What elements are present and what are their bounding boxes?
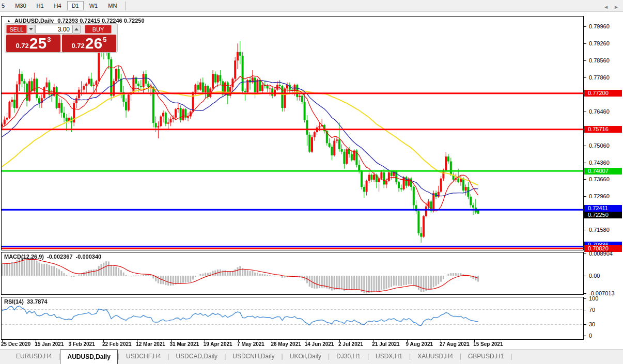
time-axis-label: 19 Apr 2021 [204,341,232,347]
price-tick-mark [584,26,586,27]
rsi-tick-mark [584,310,586,310]
macd-title: MACD(12,26,9) -0.002367 -0.000340 [4,254,101,260]
rsi-canvas[interactable] [2,297,583,339]
tab-dj30-h1[interactable]: DJ30,H1 [330,350,367,364]
time-axis-label: 27 Aug 2021 [440,341,470,347]
triangle-up-icon [74,28,79,30]
price-tick-label: 0.75060 [589,143,610,149]
rsi-tick-mark [584,324,586,325]
price-badge-0.72411: 0.72411 [584,205,622,212]
time-axis-label: 12 Mar 2021 [136,341,165,347]
toolbar-separator [125,2,126,10]
macd-indicator-pane: MACD(12,26,9) -0.002367 -0.000340 [1,252,584,295]
buy-price-base: 0.72 [72,42,85,49]
time-axis-label: 21 Jul 2021 [372,341,399,347]
price-tick-label: 0.77860 [589,74,610,81]
price-tick-mark [584,112,586,112]
time-axis-label: 31 Mar 2021 [170,341,199,347]
timeframe-toolbar: 5M30H1H4D1W1MN [0,0,623,12]
price-tick-label: 0.78560 [589,57,610,64]
time-axis-label: 15 Jan 2021 [35,341,64,347]
tab-gbpusd-h1[interactable]: GBPUSD,H1 [461,350,510,364]
price-tick-mark [584,146,586,146]
time-axis-label: 3 Feb 2021 [69,341,95,347]
price-tick-label: 0.74360 [589,160,610,166]
price-badge-0.74007: 0.74007 [584,168,622,175]
buy-button[interactable]: BUY [85,25,112,34]
time-axis-label: 15 Sep 2021 [473,341,503,347]
symbol-marker-icon: ▲ [7,19,11,23]
main-chart-pane: ▲ AUDUSD,Daily 0.72393 0.72415 0.72246 0… [1,16,584,250]
rsi-title: RSI(14) 33.7874 [4,298,48,305]
tab-scroll-right-button[interactable]: ► [614,4,619,10]
rsi-indicator-pane: RSI(14) 33.7874 [1,297,584,340]
rsi-tick-mark [584,336,586,336]
macd-tick-mark [584,293,586,294]
tab-xauusd-h4[interactable]: XAUUSD,H4 [411,350,460,364]
tab-usdcad-daily[interactable]: USDCAD,Daily [169,350,224,364]
buy-price-pip: 5 [103,36,106,43]
tab-scroll-left-button[interactable]: ◄ [603,4,609,10]
trade-panel-prices: 0.72253 0.72265 [6,35,116,52]
rsi-tick-label: 30 [589,321,595,327]
price-tick-label: 0.79260 [589,40,610,46]
price-badge-0.75716: 0.75716 [584,126,622,133]
tab-usdcnh-daily[interactable]: USDCNH,Daily [226,350,281,364]
rsi-value: 33.7874 [27,298,48,305]
volume-increase-button[interactable] [72,25,81,34]
price-badge-0.77200: 0.77200 [584,90,622,97]
time-axis-label: 14 Jun 2021 [305,341,334,347]
tab-audusd-daily[interactable]: AUDUSD,Daily [60,350,117,364]
rsi-name-label: RSI(14) [4,298,24,305]
time-axis-label: 26 May 2021 [271,341,301,347]
triangle-down-icon [29,28,33,30]
time-axis-label: 9 Aug 2021 [406,341,433,347]
tab-usdchf-h4[interactable]: USDCHF,H4 [119,350,167,364]
chart-tabbar: EURUSD,H4|AUDUSD,Daily|USDCHF,H4|USDCAD,… [0,349,623,364]
time-axis-label: 22 Feb 2021 [102,341,132,347]
timeframe-button-d1[interactable]: D1 [67,1,84,10]
tab-ukoil-daily[interactable]: UKOil,Daily [283,350,328,364]
timeframe-button-m30[interactable]: M30 [10,1,30,10]
price-tick-label: 0.72960 [589,193,610,199]
trade-panel-controls: SELL BUY [6,25,116,34]
timeframe-button-5[interactable]: 5 [1,1,9,10]
buy-price-big: 26 [85,36,102,51]
rsi-tick-label: 70 [589,307,595,313]
sell-button[interactable]: SELL [6,25,27,34]
macd-tick-mark [584,276,586,276]
buy-price-box[interactable]: 0.72265 [62,35,116,52]
price-tick-mark [584,60,586,61]
tab-separator: | [510,350,512,364]
price-tick-mark [584,77,586,78]
tab-usdx-h1[interactable]: USDX,H1 [369,350,409,364]
timeframe-button-w1[interactable]: W1 [85,1,103,10]
price-tick-label: 0.73660 [589,176,610,182]
macd-name-label: MACD(12,26,9) [4,254,44,260]
sell-price-big: 25 [29,36,46,51]
sell-price-base: 0.72 [16,42,29,49]
price-tick-label: 0.71580 [589,227,610,233]
timeframe-button-h4[interactable]: H4 [50,1,66,10]
macd-tick-label: 0.00 [589,273,600,279]
price-tick-label: 0.79960 [589,23,610,29]
price-tick-mark [584,179,586,180]
price-tick-mark [584,43,586,44]
timeframe-button-h1[interactable]: H1 [32,1,49,10]
macd-tick-mark [584,254,586,254]
rsi-tick-mark [584,298,586,299]
volume-input[interactable] [35,25,72,34]
time-axis-label: 25 Dec 2020 [1,341,30,347]
volume-decrease-button[interactable] [27,25,35,34]
macd-tick-label: 0.008904 [589,250,613,257]
price-badge-0.72250: 0.72250 [584,212,622,218]
sell-price-box[interactable]: 0.72253 [6,35,60,52]
trading-platform-window: 5M30H1H4D1W1MN ▲ AUDUSD,Daily 0.72393 0.… [0,0,623,364]
price-tick-mark [584,230,586,230]
rsi-tick-label: 100 [589,295,598,302]
tab-scroll-arrows: ◄ ► [603,4,619,10]
tab-eurusd-h4[interactable]: EURUSD,H4 [9,350,58,364]
time-axis-label: 2 Jul 2021 [338,341,363,347]
one-click-trading-panel: SELL BUY 0.72253 0.72265 [5,23,118,53]
timeframe-button-mn[interactable]: MN [103,1,121,10]
